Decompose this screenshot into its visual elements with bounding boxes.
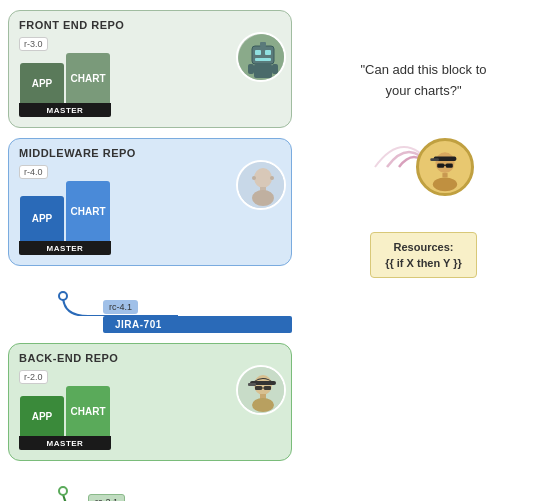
- backend-avatar: [236, 365, 286, 415]
- frontend-master-bar: MASTER: [19, 103, 111, 117]
- middleware-repo-inner: r-4.0 APP CHART MASTER: [19, 165, 281, 255]
- main-container: FRONT END REPO r-3.0 APP CHART MASTER: [0, 0, 547, 501]
- backend-avatar-svg: [238, 367, 286, 415]
- speech-line1: "Can add this block to: [360, 62, 486, 77]
- backend-chart-block: CHART: [66, 386, 110, 436]
- middleware-app-block: APP: [20, 196, 64, 241]
- middleware-avatar: [236, 160, 286, 210]
- middleware-master-bar: MASTER: [19, 241, 111, 255]
- frontend-blocks: APP CHART: [20, 53, 110, 103]
- svg-rect-3: [265, 50, 271, 55]
- svg-point-13: [252, 176, 256, 180]
- backend-repo-inner: r-2.0 APP CHART MASTER: [19, 370, 281, 450]
- backend-app-block: APP: [20, 396, 64, 436]
- frontend-avatar: [236, 32, 286, 82]
- svg-rect-8: [272, 64, 278, 74]
- svg-rect-21: [255, 386, 262, 390]
- middleware-rc-area: rc-4.1 JIRA-701: [103, 296, 292, 333]
- middleware-version: r-4.0: [19, 165, 48, 179]
- frontend-repo-title: FRONT END REPO: [19, 19, 281, 31]
- middleware-jira-bar: JIRA-701: [103, 316, 292, 333]
- middleware-avatar-svg: [238, 162, 286, 210]
- svg-rect-29: [437, 163, 444, 167]
- middleware-rc-box: rc-4.1: [103, 300, 138, 314]
- right-column: "Can add this block to your charts?": [300, 0, 547, 501]
- backend-repo: BACK-END REPO r-2.0 APP CHART MASTER: [8, 343, 292, 461]
- svg-rect-4: [255, 58, 271, 61]
- backend-rc-box: rc-2.1: [88, 494, 125, 501]
- resources-title: Resources:: [385, 241, 462, 253]
- svg-point-33: [432, 177, 456, 191]
- svg-rect-19: [248, 383, 256, 386]
- backend-wrapper: BACK-END REPO r-2.0 APP CHART MASTER: [8, 343, 292, 501]
- frontend-repo-inner: r-3.0 APP CHART MASTER: [19, 37, 281, 117]
- backend-blocks: APP CHART: [20, 386, 110, 436]
- middleware-branch: rc-4.1 JIRA-701: [23, 296, 292, 333]
- svg-point-14: [270, 176, 274, 180]
- middleware-master-area: r-4.0 APP CHART MASTER: [19, 165, 111, 255]
- svg-rect-22: [264, 386, 271, 390]
- svg-rect-7: [248, 64, 254, 74]
- frontend-chart-block: CHART: [66, 53, 110, 103]
- svg-point-10: [254, 168, 272, 188]
- wifi-person-area: [369, 122, 479, 212]
- middleware-chart-block: CHART: [66, 181, 110, 241]
- svg-point-25: [59, 487, 67, 495]
- resources-code: {{ if X then Y }}: [385, 257, 462, 269]
- svg-rect-28: [430, 158, 439, 161]
- middleware-wrapper: MIDDLEWARE REPO r-4.0 APP CHART MASTER: [8, 138, 292, 333]
- frontend-avatar-svg: [238, 34, 286, 82]
- backend-rc-area: rc-2.1 JIRA-695: [88, 491, 292, 501]
- backend-repo-title: BACK-END REPO: [19, 352, 281, 364]
- resources-box: Resources: {{ if X then Y }}: [370, 232, 477, 278]
- backend-master-bar: MASTER: [19, 436, 111, 450]
- speech-text: "Can add this block to your charts?": [360, 60, 486, 102]
- svg-rect-32: [442, 173, 447, 177]
- svg-point-26: [435, 152, 454, 173]
- backend-master-area: r-2.0 APP CHART MASTER: [19, 370, 111, 450]
- right-person-circle: [416, 138, 474, 196]
- svg-rect-5: [260, 42, 266, 47]
- frontend-repo-content: r-3.0 APP CHART MASTER: [19, 37, 281, 117]
- middleware-repo: MIDDLEWARE REPO r-4.0 APP CHART MASTER: [8, 138, 292, 266]
- svg-point-24: [252, 398, 274, 412]
- backend-version: r-2.0: [19, 370, 48, 384]
- frontend-version: r-3.0: [19, 37, 48, 51]
- frontend-master-area: r-3.0 APP CHART MASTER: [19, 37, 111, 117]
- svg-point-15: [59, 292, 67, 300]
- speech-line2: your charts?": [385, 83, 461, 98]
- svg-rect-30: [445, 163, 452, 167]
- frontend-repo: FRONT END REPO r-3.0 APP CHART MASTER: [8, 10, 292, 128]
- right-person-svg: [419, 139, 471, 195]
- middleware-repo-title: MIDDLEWARE REPO: [19, 147, 281, 159]
- left-column: FRONT END REPO r-3.0 APP CHART MASTER: [0, 0, 300, 501]
- middleware-blocks: APP CHART: [20, 181, 110, 241]
- svg-rect-6: [254, 64, 272, 78]
- svg-rect-2: [255, 50, 261, 55]
- backend-branch: rc-2.1 JIRA-695: [23, 491, 292, 501]
- svg-point-12: [252, 190, 274, 206]
- svg-rect-1: [252, 46, 274, 64]
- frontend-app-block: APP: [20, 63, 64, 103]
